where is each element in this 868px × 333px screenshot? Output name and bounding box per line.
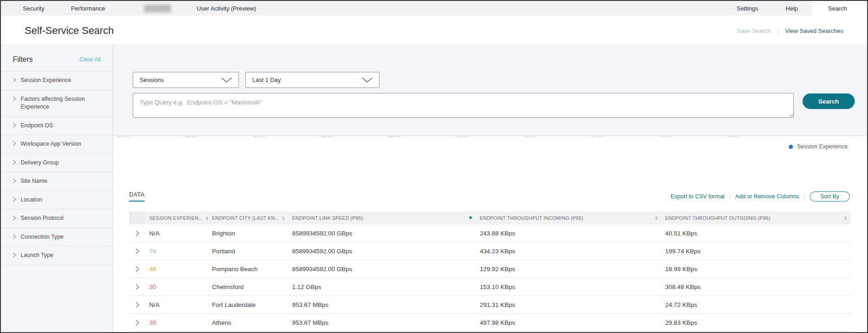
chart-legend: Session Experience	[789, 143, 847, 150]
sidebar-item-endpoint-os[interactable]: Endpoint OS	[1, 117, 113, 136]
results-table: Session Experien... Endpoint City (Last …	[129, 212, 851, 332]
cell-session-experience-score: 30	[146, 284, 208, 290]
chevron-right-icon	[13, 234, 16, 239]
sidebar-item-label: Session Protocol	[21, 214, 64, 223]
expand-row-chevron-icon[interactable]	[136, 302, 139, 308]
nav-item-user-activity[interactable]: User Activity (Preview)	[196, 5, 271, 12]
axis-tick-label: 20:00	[321, 136, 332, 138]
cell-throughput-incoming: 129.92 KBps	[476, 266, 662, 273]
filters-sidebar: Filters Clear All Session ExperienceFact…	[1, 44, 113, 332]
sidebar-item-label: Launch Type	[21, 251, 53, 260]
column-header-throughput-outgoing[interactable]: Endpoint Throughput Outgoing (P95)	[662, 215, 851, 221]
sort-icon[interactable]	[844, 216, 847, 220]
sidebar-item-connection-type[interactable]: Connection Type	[1, 228, 113, 247]
save-search-link[interactable]: Save Search	[737, 27, 770, 34]
legend-label: Session Experience	[797, 143, 847, 150]
table-row[interactable]: 46 Pompano Beach 8589934592.00 GBps 129.…	[129, 260, 851, 278]
header-actions: Save Search | View Saved Searches	[737, 27, 843, 34]
sidebar-item-factors-affecting-session-experience[interactable]: Factors affecting Session Experience	[1, 90, 113, 117]
axis-tick-label: 08:00	[727, 136, 739, 138]
expand-row-chevron-icon[interactable]	[136, 266, 139, 272]
cell-session-experience-score: 39	[146, 319, 208, 326]
view-saved-searches-link[interactable]: View Saved Searches	[785, 27, 843, 34]
chevron-down-icon	[362, 77, 373, 82]
sidebar-item-launch-type[interactable]: Launch Type	[1, 246, 113, 265]
sort-icon[interactable]	[655, 216, 658, 220]
sidebar-item-label: Location	[21, 196, 42, 204]
cell-throughput-outgoing: 40.51 KBps	[662, 230, 851, 237]
tab-data[interactable]: DATA	[129, 191, 145, 202]
nav-item-search-active[interactable]: Search	[812, 1, 867, 16]
legend-dot-icon	[789, 145, 793, 149]
cell-endpoint-link-speed: 953.67 MBps	[288, 319, 476, 326]
sidebar-item-label: Factors affecting Session Experience	[21, 95, 106, 111]
sidebar-item-site-name[interactable]: Site Name	[1, 172, 113, 191]
chevron-right-icon	[13, 141, 16, 146]
expand-row-cell[interactable]	[129, 320, 146, 326]
sidebar-item-delivery-group[interactable]: Delivery Group	[1, 154, 113, 173]
search-button[interactable]: Search	[803, 93, 855, 109]
table-row[interactable]: 30 Chelmsford 1.12 GBps 153.10 KBps 308.…	[129, 278, 851, 296]
chevron-right-icon	[13, 77, 16, 82]
column-header-throughput-incoming[interactable]: Endpoint Throughput Incoming (P95)	[476, 215, 662, 221]
timeline-axis-ticks: 14:0016:0018:0020:0022:0000:0002:0004:00…	[113, 136, 867, 138]
top-nav: Security Performance User Activity (Prev…	[1, 1, 867, 16]
filters-header: Filters Clear All	[1, 44, 113, 71]
expand-row-cell[interactable]	[129, 302, 146, 308]
redacted-nav-item[interactable]	[144, 5, 171, 12]
sidebar-item-session-experience[interactable]: Session Experience	[1, 71, 113, 90]
column-label: Session Experien...	[149, 215, 203, 221]
sidebar-item-label: Delivery Group	[21, 159, 59, 167]
sort-by-button[interactable]: Sort By	[810, 191, 850, 202]
nav-item-security[interactable]: Security	[23, 5, 60, 12]
search-panel: Sessions Last 1 Day Search	[113, 44, 867, 136]
column-header-endpoint-city[interactable]: Endpoint City (Last Kn...	[208, 215, 288, 221]
expand-row-cell[interactable]	[129, 248, 146, 254]
cell-throughput-incoming: 497.98 KBps	[476, 319, 662, 326]
sort-icon[interactable]	[282, 216, 285, 220]
nav-item-settings[interactable]: Settings	[723, 1, 772, 16]
expand-row-cell[interactable]	[129, 266, 146, 272]
add-remove-columns-link[interactable]: Add or Remove Columns	[735, 193, 799, 200]
clear-all-link[interactable]: Clear All	[79, 56, 101, 63]
sidebar-item-session-protocol[interactable]: Session Protocol	[1, 209, 113, 228]
table-row[interactable]: N/A Fort Lauderdale 953.67 MBps 291.31 K…	[129, 296, 851, 314]
sort-descending-icon[interactable]	[469, 217, 472, 219]
sidebar-item-label: Workspace App Version	[21, 140, 81, 148]
cell-endpoint-link-speed: 8589934592.00 GBps	[288, 248, 476, 255]
column-header-endpoint-link-speed[interactable]: Endpoint Link Speed (P95)	[288, 215, 476, 221]
entity-select[interactable]: Sessions	[133, 72, 239, 88]
sidebar-item-label: Endpoint OS	[21, 122, 53, 130]
table-row[interactable]: 39 Athens 953.67 MBps 497.98 KBps 29.83 …	[129, 314, 851, 332]
chevron-right-icon	[13, 215, 16, 220]
expand-row-cell[interactable]	[129, 230, 146, 236]
cell-session-experience-score: N/A	[146, 230, 208, 237]
export-csv-link[interactable]: Export to CSV format	[671, 193, 725, 200]
time-range-select[interactable]: Last 1 Day	[245, 72, 380, 88]
table-row[interactable]: 79 Portland 8589934592.00 GBps 434.23 KB…	[129, 242, 851, 260]
column-header-session-experience[interactable]: Session Experien...	[146, 215, 208, 221]
cell-throughput-incoming: 434.23 KBps	[476, 248, 662, 255]
nav-right: Settings Help Search	[723, 1, 867, 16]
cell-endpoint-city: Chelmsford	[208, 284, 288, 290]
table-row[interactable]: N/A Brighton 8589934592.00 GBps 243.88 K…	[129, 224, 851, 242]
cell-throughput-outgoing: 29.83 KBps	[662, 319, 851, 326]
axis-tick-label: 04:00	[592, 136, 603, 138]
sidebar-item-workspace-app-version[interactable]: Workspace App Version	[1, 135, 113, 154]
expand-row-chevron-icon[interactable]	[136, 248, 139, 254]
expand-row-chevron-icon[interactable]	[136, 230, 139, 236]
table-body: N/A Brighton 8589934592.00 GBps 243.88 K…	[129, 224, 851, 332]
query-input[interactable]	[133, 93, 794, 118]
column-label: Endpoint Throughput Outgoing (P95)	[665, 215, 770, 221]
sidebar-item-location[interactable]: Location	[1, 191, 113, 210]
expand-row-chevron-icon[interactable]	[136, 320, 139, 326]
page-title: Self-Service Search	[25, 25, 114, 37]
nav-item-help[interactable]: Help	[772, 1, 812, 16]
column-label: Endpoint Throughput Incoming (P95)	[480, 215, 583, 221]
sidebar-item-label: Session Experience	[21, 76, 71, 85]
expand-row-cell[interactable]	[129, 284, 146, 290]
nav-item-performance[interactable]: Performance	[71, 5, 120, 12]
expand-row-chevron-icon[interactable]	[136, 284, 139, 290]
table-actions: Export to CSV format | Add or Remove Col…	[671, 191, 850, 202]
page-header: Self-Service Search Save Search | View S…	[1, 16, 867, 44]
